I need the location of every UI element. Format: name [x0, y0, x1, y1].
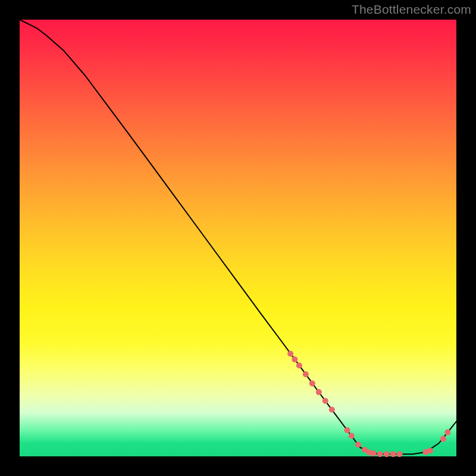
data-marker: [303, 371, 309, 377]
data-marker: [296, 362, 302, 368]
data-marker: [349, 433, 355, 439]
attribution-text: TheBottlenecker.com: [352, 2, 471, 17]
data-marker: [390, 451, 396, 457]
data-marker: [427, 448, 433, 454]
data-marker: [329, 407, 335, 413]
plot-area: [20, 20, 456, 456]
data-marker: [444, 430, 450, 436]
data-marker: [440, 436, 446, 442]
data-marker: [309, 380, 315, 386]
marker-group: [287, 351, 450, 458]
data-marker: [322, 398, 328, 404]
data-marker: [397, 451, 403, 457]
data-marker: [287, 351, 293, 357]
data-marker: [355, 441, 361, 447]
data-marker: [371, 450, 377, 456]
data-marker: [384, 451, 390, 457]
data-marker: [377, 451, 383, 457]
data-marker: [292, 356, 298, 362]
data-line: [20, 20, 456, 454]
chart-svg: [20, 20, 456, 456]
chart-frame: TheBottlenecker.com: [0, 0, 476, 476]
data-marker: [345, 427, 350, 433]
data-marker: [316, 389, 322, 395]
